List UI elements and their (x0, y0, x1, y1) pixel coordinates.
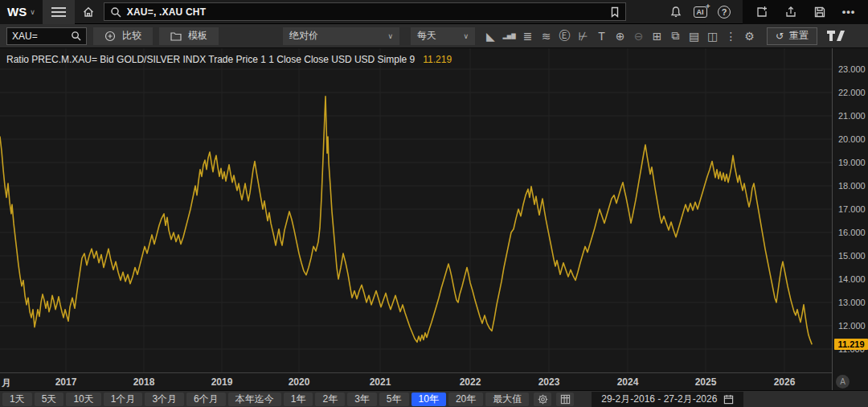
zoom-out-icon[interactable]: ⊖ (629, 27, 648, 46)
chevron-down-icon: ∨ (387, 32, 393, 40)
auto-scale-button[interactable]: A (836, 375, 850, 388)
chart-settings-icon[interactable]: ◫ (703, 27, 722, 46)
currency-e-icon[interactable]: Ⓔ (555, 27, 574, 46)
bookmark-icon[interactable] (610, 6, 620, 18)
top-bar: WS ∨ XAU=, .XAU CHT AI ? (0, 0, 868, 24)
news-icon[interactable]: ▤ (685, 27, 703, 46)
more-options-button[interactable]: ••• (834, 0, 863, 24)
search-icon (110, 6, 121, 18)
time-tick-label: 2017 (55, 376, 77, 388)
time-tick-label: 2024 (617, 376, 639, 388)
time-tick-label: 月 (2, 376, 11, 390)
global-search-input[interactable]: XAU=, .XAU CHT (104, 2, 626, 21)
range-toolbar: 1天5天10天1个月3个月6个月本年迄今1年2年3年5年10年20年最大值 29… (0, 390, 868, 407)
measure-icon[interactable]: ⊬ (574, 27, 592, 46)
home-button[interactable] (75, 0, 102, 24)
ai-assistant-button[interactable]: AI (688, 0, 712, 24)
price-tick-label: 17.000 (838, 204, 866, 214)
ws-app-menu[interactable]: WS ∨ (0, 0, 43, 24)
save-button[interactable] (805, 0, 834, 24)
time-tick-label: 2021 (370, 376, 391, 388)
range-buttons: 1天5天10天1个月3个月6个月本年迄今1年2年3年5年10年20年最大值 (0, 393, 529, 406)
grid-layout-icon[interactable]: ⊞ (648, 27, 666, 46)
table-icon (560, 394, 571, 405)
reset-button[interactable]: ↺ 重置 (767, 27, 817, 45)
calendar-grid-button[interactable] (556, 393, 574, 406)
home-icon (82, 6, 95, 18)
date-range-picker[interactable]: 29-2月-2016 - 27-2月-2026 (592, 392, 743, 407)
area-chart-icon[interactable]: ◣ (481, 27, 500, 46)
zoom-in-icon[interactable]: ⊕ (611, 27, 629, 46)
chart-tools: ◣▂▅▇≣≋Ⓔ⊬T⊕⊖⊞⧉▤◫⋮⚙ (481, 27, 759, 46)
save-icon (813, 6, 826, 18)
compare-label: 比较 (122, 29, 141, 43)
template-button[interactable]: 模板 (159, 27, 219, 45)
range-button-5年[interactable]: 5年 (379, 393, 409, 406)
range-button-1天[interactable]: 1天 (2, 393, 32, 406)
snapshot-icon[interactable]: ⧉ (666, 27, 685, 46)
gear-icon[interactable]: ⚙ (740, 27, 759, 46)
time-tick-label: 2018 (133, 376, 155, 388)
range-button-10天[interactable]: 10天 (66, 393, 100, 406)
kebab-icon[interactable]: ⋮ (722, 27, 740, 46)
price-tick-label: 14.000 (838, 274, 866, 284)
notifications-button[interactable] (664, 0, 688, 24)
export-button[interactable] (776, 0, 805, 24)
ai-icon: AI (694, 6, 707, 18)
undo-icon: ↺ (776, 31, 784, 42)
top-right-controls: AI ? ••• (664, 0, 868, 24)
range-button-2年[interactable]: 2年 (315, 393, 345, 406)
price-scale[interactable]: 23.00022.00021.00020.00019.00018.00017.0… (832, 48, 868, 390)
time-tick-label: 2023 (538, 376, 560, 388)
interval-select[interactable]: 每天 ∨ (411, 27, 475, 45)
tradingview-logo[interactable] (827, 31, 845, 41)
price-tick-label: 20.000 (838, 134, 866, 144)
last-price-badge: 11.219 (834, 339, 868, 350)
chart-region: Ratio PREC.M.XAU= Bid GOLD/SILVER INDX T… (0, 48, 868, 390)
layers-icon[interactable]: ≣ (518, 27, 537, 46)
symbol-text: XAU= (12, 31, 71, 42)
range-settings-button[interactable] (534, 393, 551, 406)
bell-icon (669, 6, 682, 18)
auto-scale-label: A (840, 377, 845, 386)
time-scale[interactable]: 月201720182019202020212022202320242025202… (0, 372, 832, 390)
charting-app: WS ∨ XAU=, .XAU CHT AI ? (0, 0, 868, 407)
interval-value: 每天 (417, 29, 457, 43)
new-window-button[interactable] (747, 0, 776, 24)
bar-stats-icon[interactable]: ▂▅▇ (500, 27, 518, 46)
folder-icon (170, 31, 182, 41)
share-icon (784, 6, 797, 18)
range-button-3年[interactable]: 3年 (347, 393, 377, 406)
text-tool-icon[interactable]: T (592, 27, 611, 46)
range-button-6个月[interactable]: 6个月 (186, 393, 226, 406)
new-chart-icon (755, 6, 768, 18)
price-mode-value: 绝对价 (289, 29, 381, 43)
range-button-本年迄今[interactable]: 本年迄今 (228, 393, 281, 406)
help-button[interactable]: ? (712, 0, 736, 24)
price-tick-label: 18.000 (838, 181, 866, 191)
series-legend[interactable]: Ratio PREC.M.XAU= Bid GOLD/SILVER INDX T… (6, 54, 452, 65)
price-mode-select[interactable]: 绝对价 ∨ (283, 27, 399, 45)
range-button-3个月[interactable]: 3个月 (145, 393, 184, 406)
price-line-chart (0, 48, 832, 372)
price-tick-label: 12.000 (838, 321, 866, 331)
waves-icon[interactable]: ≋ (537, 27, 555, 46)
time-tick-label: 2022 (460, 376, 481, 388)
range-button-5天[interactable]: 5天 (35, 393, 64, 406)
symbol-search-input[interactable]: XAU= (6, 27, 87, 45)
template-label: 模板 (188, 29, 207, 43)
price-tick-label: 21.000 (838, 111, 866, 121)
hamburger-menu-button[interactable] (43, 0, 75, 24)
chart-toolbar: XAU= 比较 模板 绝对价 ∨ 每天 ∨ ◣▂▅▇≣≋Ⓔ⊬T⊕⊖⊞⧉▤◫⋮⚙ … (0, 24, 868, 48)
range-button-1年[interactable]: 1年 (284, 393, 313, 406)
range-button-1个月[interactable]: 1个月 (104, 393, 143, 406)
range-button-10年[interactable]: 10年 (411, 393, 446, 406)
chart-plot-area[interactable]: Ratio PREC.M.XAU= Bid GOLD/SILVER INDX T… (0, 48, 832, 372)
range-button-20年[interactable]: 20年 (448, 393, 483, 406)
time-tick-label: 2019 (211, 376, 233, 388)
compare-button[interactable]: 比较 (93, 27, 153, 45)
price-tick-label: 16.000 (838, 228, 866, 237)
range-button-最大值[interactable]: 最大值 (485, 393, 529, 406)
reset-label: 重置 (789, 29, 809, 43)
hamburger-icon (51, 5, 66, 19)
